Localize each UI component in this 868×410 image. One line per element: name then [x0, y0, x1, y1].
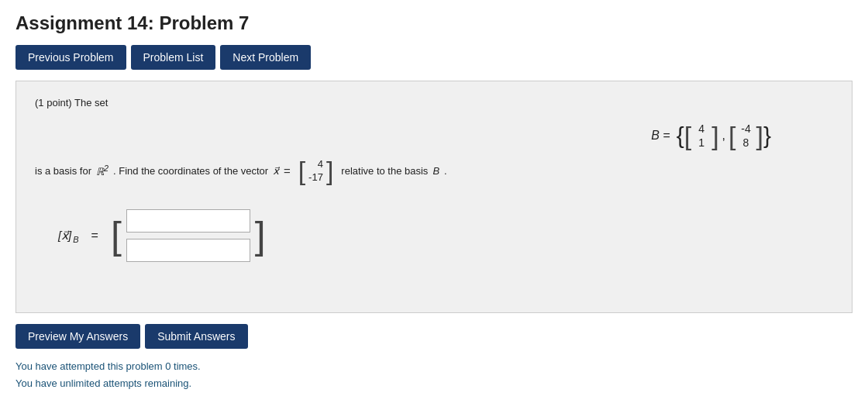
previous-problem-button[interactable]: Previous Problem	[16, 45, 126, 70]
point-label: (1 point) The set	[35, 97, 833, 109]
vec-bottom: -17	[308, 171, 323, 183]
v1-bot: 1	[694, 136, 708, 149]
open-set-brace: {	[677, 124, 684, 147]
matrix-v1: [ 4 1 ]	[684, 122, 719, 149]
v2-top: -4	[739, 122, 753, 135]
xb-label: [x⃗]B	[58, 229, 79, 243]
problem-statement-line: is a basis for ℝ2 . Find the coordinates…	[35, 157, 833, 184]
v1-values: 4 1	[694, 122, 708, 149]
answer-input-1[interactable]	[126, 209, 250, 233]
answer-matrix-bracket: [ ]	[111, 206, 266, 265]
next-problem-button[interactable]: Next Problem	[220, 45, 311, 70]
vec-right-bracket: ]	[326, 159, 333, 183]
answer-right-bracket: ]	[255, 219, 266, 253]
attempt-info: You have attempted this problem 0 times.…	[16, 358, 852, 392]
attempt-line-1: You have attempted this problem 0 times.	[16, 358, 852, 375]
answer-left-bracket: [	[111, 219, 122, 253]
problem-list-button[interactable]: Problem List	[131, 45, 216, 70]
attempt-line-2: You have unlimited attempts remaining.	[16, 375, 852, 392]
points-text: (1 point)	[35, 97, 72, 109]
problem-container: (1 point) The set B = { [ 4 1 ] , [ -4 8…	[16, 81, 852, 313]
period: .	[444, 165, 447, 177]
find-coords-text: . Find the coordinates of the vector	[113, 165, 268, 177]
answer-equals: =	[91, 229, 98, 243]
page-title: Assignment 14: Problem 7	[16, 12, 852, 34]
x-vec-symbol: x⃗	[273, 165, 279, 177]
v1-left-bracket: [	[684, 124, 691, 148]
v2-values: -4 8	[739, 122, 753, 149]
v2-bot: 8	[739, 136, 753, 149]
nav-button-row: Previous Problem Problem List Next Probl…	[16, 45, 852, 70]
vec-left-bracket: [	[298, 159, 305, 183]
close-set-brace: }	[763, 124, 771, 147]
answer-section: [x⃗]B = [ ]	[35, 206, 833, 265]
b-equals-label: B =	[651, 129, 670, 143]
preview-answers-button[interactable]: Preview My Answers	[16, 324, 140, 349]
B-italic: B	[432, 165, 439, 177]
vec-top: 4	[308, 158, 323, 170]
basis-for-text: is a basis for	[35, 165, 91, 177]
v2-left-bracket: [	[728, 124, 735, 148]
answer-inputs-group	[122, 206, 255, 265]
v1-top: 4	[694, 122, 708, 135]
v1-right-bracket: ]	[711, 124, 718, 148]
subscript-b: B	[73, 235, 78, 244]
vec-values: 4 -17	[305, 157, 326, 184]
bottom-button-row: Preview My Answers Submit Answers	[16, 324, 852, 349]
input-vector-display: [ 4 -17 ]	[298, 157, 334, 184]
matrix-v2: [ -4 8 ]	[728, 122, 763, 149]
comma-separator: ,	[722, 129, 725, 143]
description-text: The set	[74, 97, 108, 109]
basis-set-display: B = { [ 4 1 ] , [ -4 8 ] }	[35, 122, 833, 149]
r2-text: ℝ2	[96, 164, 108, 177]
equals-sign: =	[284, 164, 291, 177]
x-symbol: x⃗	[273, 165, 279, 177]
answer-input-2[interactable]	[126, 239, 250, 262]
relative-text: relative to the basis	[341, 165, 428, 177]
submit-answers-button[interactable]: Submit Answers	[145, 324, 247, 349]
v2-right-bracket: ]	[756, 124, 763, 148]
